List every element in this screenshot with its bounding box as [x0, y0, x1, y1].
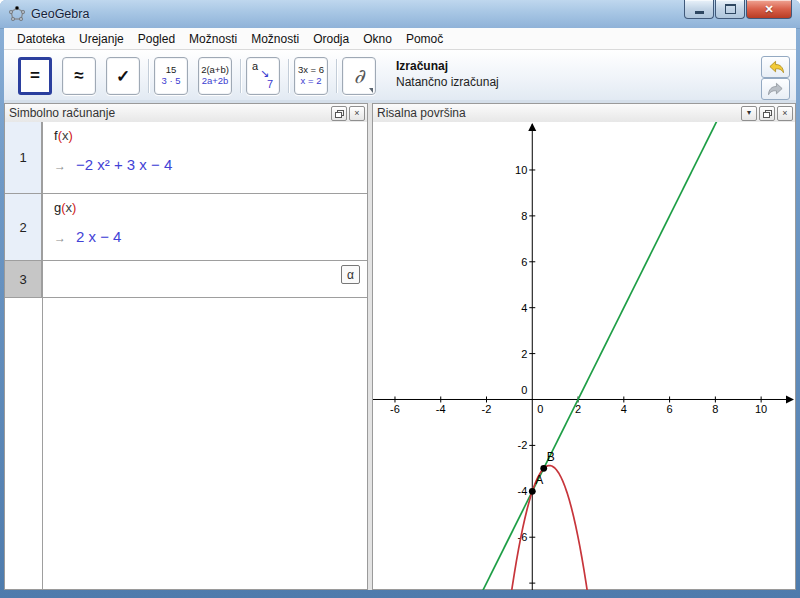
minimize-button[interactable] — [684, 0, 714, 19]
cas-row-2-output: →2 x − 4 — [54, 228, 361, 245]
substitute-icon: a ↘ 7 — [247, 58, 279, 94]
active-tool-description: Natančno izračunaj — [396, 75, 499, 89]
equals-icon: = — [30, 66, 40, 86]
tool-factor[interactable]: 15 3 · 5 — [154, 57, 188, 95]
toolbar: = ≈ ✓ 15 3 · 5 2(a+b) 2a+2b a ↘ 7 — [4, 50, 796, 103]
cas-row-2-input: g(x) — [54, 200, 361, 215]
x-tick-label: 4 — [621, 403, 627, 415]
toolbar-separator — [288, 59, 289, 93]
cas-row-1-number[interactable]: 1 — [5, 122, 42, 193]
y-tick-label: 6 — [521, 256, 527, 268]
menu-moznosti-1[interactable]: Možnosti — [182, 29, 244, 49]
menu-okno[interactable]: Okno — [356, 29, 399, 49]
function-f-curve[interactable] — [373, 466, 795, 590]
graphics-view-panel: Risalna površina ▾ × -6-4-20246810-6-4-2… — [372, 103, 796, 590]
undo-button[interactable] — [761, 56, 790, 78]
menu-pogled[interactable]: Pogled — [131, 29, 182, 49]
graphics-panel-title: Risalna površina — [373, 106, 741, 120]
factor-icon: 15 3 · 5 — [161, 65, 180, 87]
cas-unmaximize-button[interactable] — [331, 106, 347, 121]
toolbar-separator — [240, 59, 241, 93]
cas-row-2-cell[interactable]: g(x) →2 x − 4 — [42, 194, 367, 260]
tool-expand[interactable]: 2(a+b) 2a+2b — [198, 57, 232, 95]
point-label-B: B — [547, 450, 555, 464]
tool-solve[interactable]: 3x = 6 x = 2 — [294, 57, 328, 95]
graphics-unmaximize-button[interactable] — [759, 106, 775, 121]
tool-numeric[interactable]: ≈ — [62, 57, 96, 95]
menu-datoteka[interactable]: Datoteka — [10, 29, 72, 49]
y-tick-label: 10 — [515, 164, 527, 176]
menu-moznosti-2[interactable]: Možnosti — [244, 29, 306, 49]
tool-substitute[interactable]: a ↘ 7 — [246, 57, 280, 95]
maximize-icon — [725, 4, 736, 14]
cas-view-panel: Simbolno računanje × 1 f(x) →−2 x² + 3 x… — [4, 103, 368, 590]
tool-evaluate[interactable]: = — [18, 57, 52, 95]
graphics-canvas[interactable]: -6-4-20246810-6-4-20246810AB — [373, 122, 795, 590]
undo-icon — [767, 60, 785, 74]
redo-button[interactable] — [761, 78, 790, 100]
cas-row-3: 3 α — [5, 261, 367, 298]
x-axis-arrow-icon — [786, 395, 794, 403]
point-B[interactable] — [540, 465, 547, 472]
cas-row-1-input: f(x) — [54, 128, 361, 143]
close-icon: × — [782, 109, 787, 118]
y-tick-label: 8 — [521, 210, 527, 222]
x-tick-label: 6 — [667, 403, 673, 415]
cas-close-button[interactable]: × — [349, 106, 365, 121]
chevron-down-icon: ▾ — [747, 109, 751, 117]
cas-panel-header[interactable]: Simbolno računanje × — [5, 104, 367, 123]
maximize-button[interactable] — [715, 0, 745, 19]
greek-keyboard-button[interactable]: α — [341, 265, 360, 284]
geogebra-logo-icon — [9, 6, 25, 22]
y-tick-label: 4 — [521, 302, 527, 314]
cas-row-1-output: →−2 x² + 3 x − 4 — [54, 156, 361, 173]
restore-icon — [335, 110, 343, 117]
solve-icon: 3x = 6 x = 2 — [298, 65, 324, 87]
title-bar[interactable]: GeoGebra ✕ — [0, 0, 800, 29]
content-area: Simbolno računanje × 1 f(x) →−2 x² + 3 x… — [4, 103, 796, 590]
close-icon: × — [354, 109, 359, 118]
function-g-curve[interactable] — [373, 122, 795, 590]
graphics-body[interactable]: -6-4-20246810-6-4-20246810AB — [373, 122, 795, 589]
cas-row-2-number[interactable]: 2 — [5, 194, 42, 260]
x-tick-label: 0 — [537, 403, 543, 415]
menu-urejanje[interactable]: Urejanje — [72, 29, 131, 49]
cas-row-2: 2 g(x) →2 x − 4 — [5, 194, 367, 261]
y-axis-arrow-icon — [528, 123, 536, 131]
x-tick-label: -6 — [390, 403, 400, 415]
point-label-A: A — [535, 473, 543, 487]
checkmark-icon: ✓ — [116, 66, 130, 87]
menu-orodja[interactable]: Orodja — [306, 29, 356, 49]
approx-icon: ≈ — [74, 66, 83, 86]
window-title: GeoGebra — [31, 7, 89, 21]
graphics-style-dropdown-button[interactable]: ▾ — [741, 106, 757, 121]
geogebra-window: GeoGebra ✕ Datoteka Urejanje Pogled Možn… — [0, 0, 800, 598]
y-tick-label: -4 — [517, 485, 527, 497]
expand-icon: 2(a+b) 2a+2b — [201, 65, 229, 87]
tool-keep-input[interactable]: ✓ — [106, 57, 140, 95]
menu-pomoc[interactable]: Pomoč — [399, 29, 450, 49]
y-tick-label: 0 — [521, 384, 527, 396]
close-button[interactable]: ✕ — [746, 0, 792, 19]
cas-row-1: 1 f(x) →−2 x² + 3 x − 4 — [5, 122, 367, 194]
cas-row-3-number[interactable]: 3 — [5, 261, 42, 297]
redo-icon — [767, 82, 785, 96]
active-tool-name: Izračunaj — [396, 59, 448, 73]
cas-row-3-cell[interactable]: α — [42, 261, 367, 297]
dropdown-arrow-icon — [369, 88, 373, 93]
restore-icon — [763, 110, 771, 117]
x-tick-label: -4 — [436, 403, 446, 415]
toolbar-separator — [148, 59, 149, 93]
graphics-panel-header[interactable]: Risalna površina ▾ × — [373, 104, 795, 123]
tool-derivative[interactable]: ∂ — [342, 57, 376, 95]
y-tick-label: 2 — [521, 348, 527, 360]
graphics-close-button[interactable]: × — [777, 106, 793, 121]
cas-panel-title: Simbolno računanje — [5, 106, 331, 120]
partial-derivative-icon: ∂ — [354, 64, 364, 88]
close-icon: ✕ — [764, 3, 773, 16]
point-A[interactable] — [529, 488, 536, 495]
cas-row-1-cell[interactable]: f(x) →−2 x² + 3 x − 4 — [42, 122, 367, 193]
menu-bar: Datoteka Urejanje Pogled Možnosti Možnos… — [4, 28, 796, 50]
y-tick-label: -2 — [517, 439, 527, 451]
x-tick-label: 10 — [755, 403, 767, 415]
